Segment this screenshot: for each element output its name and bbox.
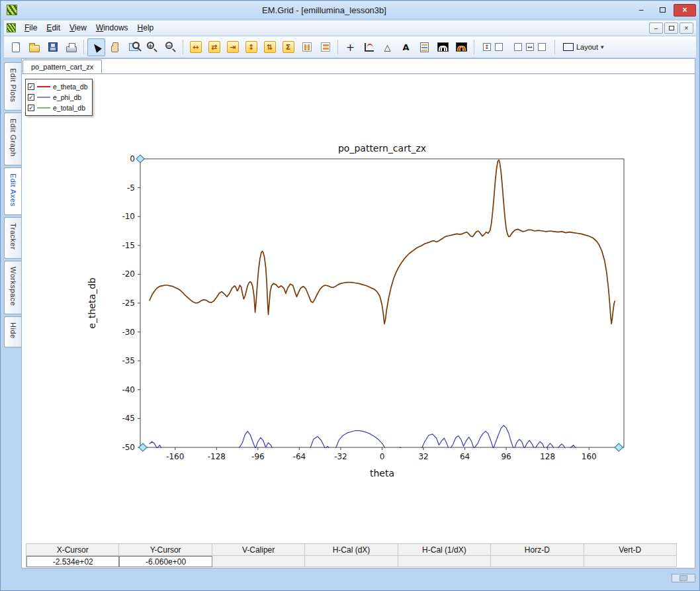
legend-checkbox[interactable]: ✓ — [28, 105, 34, 111]
toolbar-separator — [337, 40, 338, 54]
status-value — [398, 556, 491, 567]
legend-item[interactable]: ✓e_theta_db — [28, 81, 88, 92]
layout-dropdown-label: Layout — [576, 43, 598, 51]
fft-window-2-button[interactable] — [453, 38, 470, 56]
layout-dropdown-button[interactable]: Layout▾ — [558, 38, 609, 56]
shift-y-axis-button[interactable]: ⇅ — [261, 38, 279, 56]
legend-item[interactable]: ✓e_phi_db — [28, 92, 88, 103]
menu-edit[interactable]: Edit — [42, 21, 65, 34]
y-tick-label: -15 — [122, 241, 135, 250]
zoom-window-button[interactable] — [124, 38, 142, 56]
mdi-restore-button[interactable] — [664, 23, 678, 34]
toolbar: +−↔⇄⇥↕⇅Σ+△A↕↔Layout▾ — [4, 36, 696, 58]
close-button[interactable]: × — [674, 4, 696, 17]
sidebar-tab-hide[interactable]: Hide — [4, 316, 21, 347]
status-value — [491, 556, 584, 567]
slope-marker-button[interactable]: △ — [378, 38, 396, 56]
title-bar: EM.Grid - [emillumina_lesson3b] – × — [1, 1, 699, 19]
document-tab[interactable]: po_pattern_cart_zx — [22, 60, 102, 73]
x-tick-label: 32 — [418, 452, 428, 461]
zoom-in-button[interactable]: + — [143, 38, 161, 56]
legend-item[interactable]: ✓e_total_db — [28, 103, 88, 113]
legend-label: e_total_db — [53, 104, 85, 112]
sidebar-tab-label: Edit Axes — [9, 173, 17, 206]
maximize-button[interactable] — [652, 4, 672, 17]
select-cursor-button[interactable] — [87, 38, 105, 56]
mdi-minimize-button[interactable]: – — [649, 23, 663, 34]
toolbar-separator — [83, 40, 84, 54]
sidebar-tab-label: Edit Graph — [9, 118, 17, 157]
open-file-button[interactable] — [25, 38, 43, 56]
insert-row-icon — [321, 42, 330, 52]
sidebar-tab-tracker[interactable]: Tracker — [4, 217, 21, 258]
insert-column-icon — [302, 42, 312, 52]
expand-y-axis-button[interactable]: ↕ — [242, 38, 260, 56]
status-value — [584, 556, 677, 567]
y-tick-label: -30 — [122, 328, 135, 337]
menu-view[interactable]: View — [65, 21, 91, 34]
mini-scrollbar-thumb[interactable] — [679, 575, 687, 581]
sidebar-tab-workspace[interactable]: Workspace — [4, 261, 21, 314]
x-tick-label: -128 — [208, 452, 226, 461]
status-header-v-caliper: V-Caliper — [212, 544, 305, 556]
document-tab-bar: po_pattern_cart_zx — [22, 59, 695, 74]
horizontal-layout-box-icon: ↔ — [526, 43, 534, 51]
window-controls: – × — [631, 4, 696, 17]
fft-window-1-button[interactable] — [434, 38, 452, 56]
x-axis-label: theta — [370, 468, 394, 478]
chart-area[interactable]: 0-5-10-15-20-25-30-35-40-45-50-160-128-9… — [67, 137, 636, 478]
menu-help[interactable]: Help — [133, 21, 159, 34]
legend-line-sample — [37, 97, 50, 98]
expand-x-axis-button[interactable]: ↔ — [187, 38, 204, 56]
layout-bars-icon — [563, 43, 574, 51]
sidebar-tab-label: Tracker — [9, 223, 17, 250]
text-annotation-icon: A — [402, 42, 409, 52]
menu-file[interactable]: File — [20, 21, 42, 34]
axes-marker-button[interactable] — [360, 38, 378, 56]
insert-row-button[interactable] — [316, 38, 334, 56]
data-sheet-icon — [420, 42, 429, 52]
sidebar-tab-edit-axes[interactable]: Edit Axes — [4, 167, 21, 215]
legend-checkbox[interactable]: ✓ — [28, 94, 34, 101]
mdi-close-button[interactable]: × — [679, 23, 693, 34]
legend-line-sample — [37, 107, 50, 109]
y-axis-label: e_theta_db — [87, 277, 97, 329]
sidebar-tabs: Edit PlotsEdit GraphEdit AxesTrackerWork… — [4, 62, 21, 347]
pan-hand-button[interactable] — [106, 38, 124, 56]
legend-checkbox[interactable]: ✓ — [28, 83, 34, 90]
y-tick-label: -10 — [122, 212, 135, 221]
minimize-button[interactable]: – — [631, 4, 651, 17]
save-file-button[interactable] — [44, 38, 62, 56]
legend-label: e_phi_db — [53, 93, 81, 101]
new-file-button[interactable] — [7, 38, 24, 56]
sidebar-tab-edit-plots[interactable]: Edit Plots — [4, 62, 21, 111]
chart-svg[interactable]: 0-5-10-15-20-25-30-35-40-45-50-160-128-9… — [67, 137, 636, 478]
legend-line-sample — [37, 86, 50, 87]
text-annotation-button[interactable]: A — [397, 38, 415, 56]
crosshair-tracker-button[interactable]: + — [341, 38, 359, 56]
sidebar-tab-label: Workspace — [9, 267, 17, 306]
autoscale-sigma-button[interactable]: Σ — [279, 38, 297, 56]
y-tick-label: 0 — [130, 154, 135, 163]
vertical-layout-button[interactable]: ↕ — [478, 38, 508, 56]
data-sheet-button[interactable] — [416, 38, 433, 56]
menu-bar: FileEditViewWindowsHelp – × — [4, 21, 696, 36]
fit-x-axis-button[interactable]: ⇥ — [224, 38, 241, 56]
menu-windows[interactable]: Windows — [91, 21, 133, 34]
x-tick-label: 0 — [380, 452, 385, 461]
x-tick-label: -160 — [166, 452, 184, 461]
pan-hand-icon — [111, 45, 118, 52]
print-button[interactable] — [62, 38, 80, 56]
x-tick-label: -32 — [334, 452, 347, 461]
horizontal-layout-button[interactable]: ↔ — [509, 38, 551, 56]
insert-column-button[interactable] — [298, 38, 316, 56]
zoom-out-button[interactable]: − — [161, 38, 179, 56]
x-tick-label: -64 — [293, 452, 306, 461]
shift-x-axis-button[interactable]: ⇄ — [205, 38, 223, 56]
mini-scrollbar[interactable] — [672, 574, 695, 582]
window-title: EM.Grid - [emillumina_lesson3b] — [17, 5, 631, 15]
sidebar-tab-label: Edit Plots — [9, 68, 17, 102]
fft-window-1-icon — [437, 42, 449, 52]
x-tick-label: -96 — [251, 452, 265, 461]
sidebar-tab-edit-graph[interactable]: Edit Graph — [4, 113, 21, 165]
